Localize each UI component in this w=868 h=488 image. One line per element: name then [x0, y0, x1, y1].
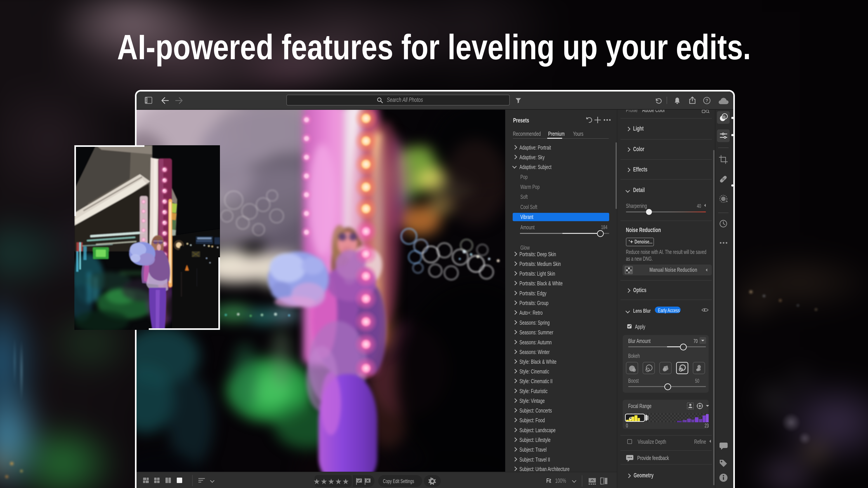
svg-text:?: ?	[706, 98, 708, 103]
